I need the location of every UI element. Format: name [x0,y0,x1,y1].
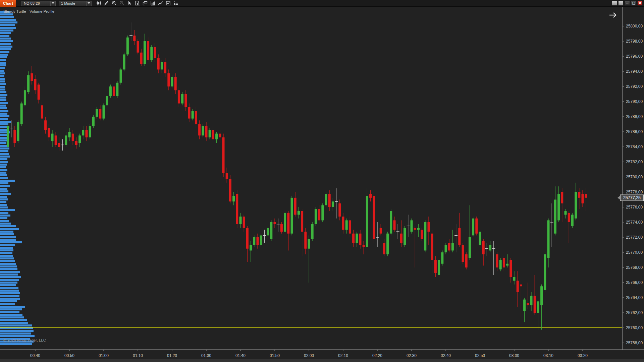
candle-body [126,38,129,55]
candle-body [113,86,115,96]
chevron-down-icon[interactable] [50,1,55,6]
candle-body [352,234,355,243]
candle-body [527,303,529,305]
window-extra-button-1[interactable] [612,1,617,6]
time-axis[interactable]: 00:4000:5001:0001:1001:2001:3001:4001:50… [30,350,588,358]
candle-body [393,220,396,230]
candle-body [369,194,372,198]
price-tick-label: 25764,00 [626,295,643,300]
price-tick-label: 25776,00 [626,205,643,209]
candle-body [472,219,474,236]
candle-body [482,241,485,254]
candle-body [140,53,143,64]
candle-body [530,296,533,305]
candle-body [34,79,37,90]
candle-body [202,126,204,135]
candle-body [209,130,211,137]
maximize-button[interactable]: ▢ [631,1,636,6]
candle-body [448,243,450,251]
zoom-out-icon[interactable] [118,0,126,6]
price-tick-label: 25800,00 [626,24,643,28]
candle-body [188,107,191,119]
indicators-icon[interactable] [149,0,157,6]
candle-body [280,224,283,232]
candle-body [55,135,57,145]
candle-body [106,96,108,105]
candle-body [137,41,139,53]
candle-body [250,245,252,251]
copyright-label: © 2026 NinjaTrader, LLC [3,338,46,342]
candle-body [438,260,440,275]
toolbar: Chart NQ 03-26 1 Minute [0,0,644,7]
candle-body [75,141,77,145]
candle-body [291,198,293,234]
time-tick-label: 01:40 [235,353,246,358]
candle-body [7,126,9,147]
drawing-tools-icon[interactable] [103,0,110,6]
strategies-icon[interactable] [164,0,172,6]
candle-body [318,209,320,221]
candle-body [257,237,259,245]
candle-body [363,245,365,247]
chevron-down-icon[interactable] [86,1,91,6]
toolbar-icons [95,0,180,6]
candle-body [380,228,382,234]
candle-body [441,252,443,264]
candle-body [215,134,218,139]
volume-profile [0,11,35,345]
candle-body [229,179,231,202]
candle-body [499,260,502,269]
candle-body [267,228,269,236]
candle-body [24,90,26,105]
candle-body [212,130,214,139]
candle-body [58,143,60,147]
candle-body [157,58,160,70]
candle-body [383,243,385,254]
candle-body [571,215,574,226]
candle-body [38,84,40,100]
instrument-dropdown[interactable]: NQ 03-26 [21,1,56,6]
chart-trader-icon[interactable] [141,0,149,6]
candle-body [332,201,334,207]
candle-body [226,173,228,179]
cursor-icon[interactable] [126,0,133,6]
candle-body [386,234,389,254]
window-extra-button-2[interactable] [618,1,624,6]
tab-chart[interactable]: Chart [0,0,16,7]
candle-body [565,211,567,215]
candle-body [198,124,201,136]
window-controls: ─ ▢ ✕ [612,1,644,6]
chart-plot[interactable]: 25800,0025798,0025796,0025794,0025792,00… [0,7,644,362]
price-tick-label: 25786,00 [626,129,643,134]
price-tick-label: 25766,00 [626,280,643,285]
price-axis[interactable]: 25800,0025798,0025796,0025794,0025792,00… [623,24,643,345]
candle-body [13,130,16,143]
candle-body [78,135,81,143]
candle-body [41,105,43,118]
candle-body [561,192,563,203]
candle-body [287,213,289,234]
candle-body [414,228,416,230]
time-tick-label: 02:50 [475,353,485,358]
candle-body [236,194,238,224]
properties-icon[interactable] [172,0,180,6]
chart-style-icon[interactable] [95,0,103,6]
market-analyzer-icon[interactable] [157,0,164,6]
candle-body [65,135,67,145]
data-box-icon[interactable] [133,0,141,6]
candle-body [311,224,314,239]
tab-chart-label: Chart [3,1,13,5]
candle-body [338,203,341,217]
price-tick-label: 25782,00 [626,160,643,164]
candle-body [489,245,491,251]
minimize-button[interactable]: ─ [625,1,630,6]
candle-body [557,194,560,221]
candle-body [298,211,300,215]
close-button[interactable]: ✕ [637,1,643,6]
price-tick-label: 25758,00 [626,341,643,345]
zoom-in-icon[interactable] [110,0,118,6]
indicator-label: Steady Turtle - Volume Profile [3,9,54,13]
candle-body [274,222,276,224]
interval-dropdown[interactable]: 1 Minute [59,1,92,6]
scroll-to-latest-arrow-icon[interactable] [608,11,618,20]
